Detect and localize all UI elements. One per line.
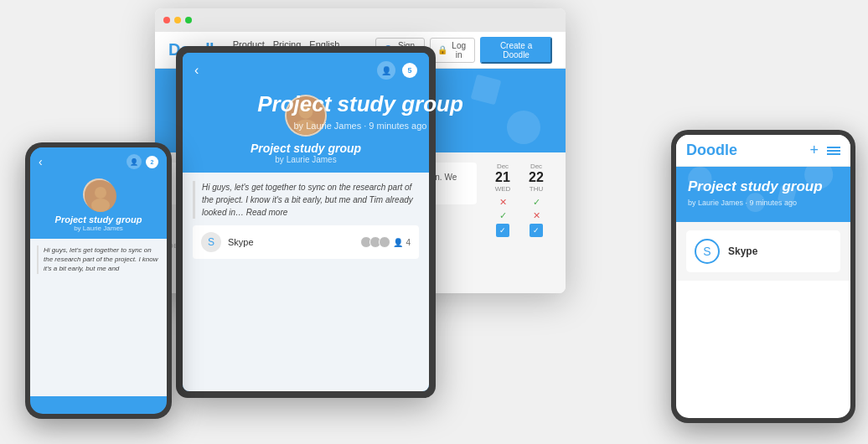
desktop-hero-title: Project study group xyxy=(257,91,463,117)
check-x-1: ✕ xyxy=(499,197,507,208)
mobile-hero: Project study group by Laurie James · 9 … xyxy=(676,167,850,222)
pdot-3 xyxy=(379,236,390,248)
check-v-1: ✓ xyxy=(499,210,507,221)
lock-icon: 🔒 xyxy=(437,45,447,54)
mobile-body: S Skype xyxy=(676,222,850,281)
phone-right-screen: Doodle + Project st xyxy=(676,135,850,418)
cal-day-1: 21 xyxy=(487,170,519,185)
check-x-2: ✕ xyxy=(533,210,540,221)
tablet-person-icon: 👤 xyxy=(377,61,395,80)
svg-point-11 xyxy=(91,199,110,212)
tablet-option-label: Skype xyxy=(228,237,254,247)
browser-dot-red xyxy=(163,17,170,23)
cal-day-2: 22 xyxy=(520,170,552,185)
scene: Doodle Product Pricing English (GB) ▾ 👤 … xyxy=(0,0,868,444)
tablet-badge: 5 xyxy=(402,63,417,78)
tablet-poll-sub: by Laurie James xyxy=(275,155,336,164)
check-sel-2: ✓ xyxy=(530,224,543,237)
mobile-skype-icon: S xyxy=(695,239,720,264)
phone-left-back[interactable]: ‹ xyxy=(39,155,43,168)
phone-left-badge: 2 xyxy=(146,156,158,168)
tablet-message: Hi guys, let's get together to sync on t… xyxy=(193,181,419,219)
phone-left-screen: ‹ 👤 2 Project study group by Laurie Jame… xyxy=(30,147,167,414)
browser-chrome xyxy=(155,8,566,32)
mobile-option-label: Skype xyxy=(728,245,757,257)
browser-dot-green xyxy=(185,17,192,23)
mobile-nav: Doodle + xyxy=(676,135,850,167)
svg-point-12 xyxy=(688,167,711,190)
mobile-option-card[interactable]: S Skype xyxy=(686,230,840,272)
phone-left-icons: 👤 2 xyxy=(127,154,158,169)
cal-month-2: Dec xyxy=(520,163,552,170)
cal-dayname-1: WED xyxy=(487,185,519,193)
phone-left-header: ‹ 👤 2 xyxy=(30,147,167,174)
mobile-logo: Doodle xyxy=(686,142,737,159)
svg-rect-15 xyxy=(778,185,797,204)
tablet-option[interactable]: S Skype 👤 4 xyxy=(193,225,419,259)
phone-left-message: Hi guys, let's get together to sync on t… xyxy=(37,245,160,274)
tablet-option-count-label: 👤 xyxy=(393,238,403,247)
cal-dayname-2: THU xyxy=(520,185,552,193)
svg-point-14 xyxy=(804,167,833,189)
check-v-2: ✓ xyxy=(533,197,540,208)
desktop-hero-subtitle: by Laurie James · 9 minutes ago xyxy=(294,121,427,131)
check-sel-1: ✓ xyxy=(496,224,509,237)
tablet-poll-title: Project study group xyxy=(251,142,361,155)
tablet-back-button[interactable]: ‹ xyxy=(194,63,199,78)
mobile-plus-icon[interactable]: + xyxy=(809,142,819,159)
phone-left-body: Hi guys, let's get together to sync on t… xyxy=(30,239,167,396)
phone-left: ‹ 👤 2 Project study group by Laurie Jame… xyxy=(25,142,172,419)
tablet-body: Hi guys, let's get together to sync on t… xyxy=(183,173,429,391)
phone-left-avatar-area: Project study group by Laurie James xyxy=(30,174,167,239)
svg-point-13 xyxy=(746,193,765,212)
phone-left-avatar xyxy=(83,178,115,210)
phone-left-title: Project study group xyxy=(55,214,142,225)
create-doodle-button[interactable]: Create a Doodle xyxy=(480,37,552,64)
tablet-option-count: 👤 4 xyxy=(360,236,411,248)
svg-point-5 xyxy=(507,111,540,144)
svg-point-10 xyxy=(95,187,106,199)
cal-month-1: Dec xyxy=(487,163,519,170)
tablet-header-icons: 👤 5 xyxy=(377,61,417,80)
mobile-hamburger-icon[interactable] xyxy=(827,147,840,155)
browser-dot-yellow xyxy=(174,17,181,23)
login-button[interactable]: 🔒 Log in xyxy=(430,38,475,63)
mobile-nav-actions: + xyxy=(809,142,840,159)
svg-rect-4 xyxy=(471,75,502,106)
phone-left-sub: by Laurie James xyxy=(74,225,123,232)
phone-right: Doodle + Project st xyxy=(671,130,855,423)
phone-left-person-icon: 👤 xyxy=(127,154,142,169)
tablet-header: ‹ 👤 5 xyxy=(183,53,429,88)
person-dots xyxy=(360,236,390,248)
skype-icon: S xyxy=(201,232,221,252)
